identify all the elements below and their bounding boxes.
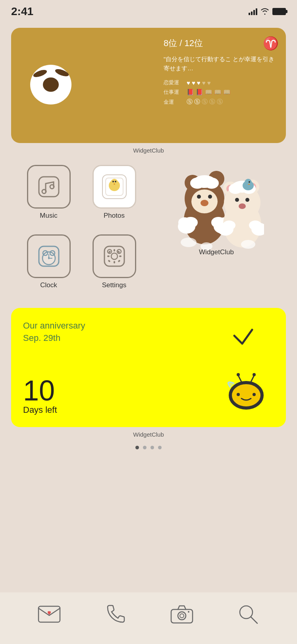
photos-icon[interactable] (93, 165, 136, 209)
svg-rect-70 (107, 255, 110, 257)
photos-label: Photos (104, 212, 125, 220)
svg-point-45 (229, 184, 242, 194)
anniversary-widget-club-label: WidgetClub (0, 431, 297, 438)
svg-point-83 (253, 373, 256, 376)
app-grid: Music Photos (16, 165, 286, 296)
anniversary-title-date: Sep. 29th (23, 333, 60, 343)
svg-point-42 (245, 198, 249, 202)
battery-icon (272, 8, 286, 15)
settings-label: Settings (102, 281, 126, 289)
svg-point-88 (188, 611, 189, 613)
svg-rect-68 (114, 249, 115, 251)
love-rating-icons: ♥ ♥ ♥ ♥ ♥ (187, 79, 211, 86)
bee-decoration (222, 371, 270, 411)
svg-point-32 (190, 178, 204, 189)
svg-point-41 (235, 198, 239, 202)
search-app[interactable] (234, 600, 262, 628)
phone-app[interactable] (102, 600, 129, 628)
svg-point-33 (204, 178, 219, 189)
rilakkuma-widget[interactable]: WidgetClub (147, 165, 286, 256)
svg-point-51 (181, 238, 197, 247)
money-rating-icons: Ⓢ Ⓢ Ⓢ Ⓢ Ⓢ (187, 98, 223, 106)
svg-point-23 (208, 195, 212, 199)
svg-rect-69 (114, 261, 115, 263)
svg-point-79 (253, 393, 256, 396)
anniversary-title-line1: Our anniversary (23, 321, 85, 331)
horoscope-widget-club-label: WidgetClub (0, 147, 297, 154)
phone-icon (104, 603, 126, 625)
days-label: Days left (23, 405, 57, 415)
bear-illustration (18, 38, 84, 121)
page-dot-1[interactable] (135, 446, 139, 449)
svg-point-53 (241, 240, 255, 249)
svg-point-48 (223, 220, 235, 230)
svg-point-15 (112, 181, 114, 182)
work-rating-row: 仕事運 📕 📕 📖 📖 📖 (164, 89, 279, 96)
page-dots (0, 446, 297, 449)
status-icons (249, 8, 286, 15)
photos-svg (100, 173, 128, 201)
svg-rect-7 (39, 177, 59, 197)
widgetclub-right-label: WidgetClub (199, 248, 234, 256)
horoscope-ratings: 恋愛運 ♥ ♥ ♥ ♥ ♥ 仕事運 📕 📕 📖 📖 📖 (164, 79, 279, 106)
love-rating-label: 恋愛運 (164, 79, 184, 86)
clock-svg (37, 244, 61, 268)
svg-point-82 (237, 373, 240, 376)
settings-icon[interactable] (93, 234, 136, 278)
clock-app[interactable]: Clock (16, 234, 81, 289)
money-rating-row: 金運 Ⓢ Ⓢ Ⓢ Ⓢ Ⓢ (164, 98, 279, 106)
svg-point-55 (245, 179, 252, 186)
svg-point-65 (111, 253, 118, 259)
svg-point-86 (178, 612, 186, 620)
svg-point-6 (43, 77, 59, 92)
money-rating-label: 金運 (164, 99, 184, 106)
svg-rect-75 (108, 259, 110, 262)
svg-point-8 (42, 190, 46, 193)
mail-icon (37, 604, 61, 624)
mail-app[interactable] (35, 600, 63, 628)
horoscope-quote: "自分を信じて行動するこ とが幸運を引き寄せます… (164, 55, 279, 73)
anniversary-days: 10 Days left (23, 376, 57, 415)
settings-app[interactable]: Settings (81, 234, 147, 289)
dock (0, 592, 297, 644)
music-icon[interactable] (27, 165, 71, 209)
svg-rect-71 (119, 255, 122, 257)
status-bar: 2:41 (0, 0, 297, 21)
love-rating-row: 恋愛運 ♥ ♥ ♥ ♥ ♥ (164, 79, 279, 86)
clock-label: Clock (40, 281, 57, 289)
work-rating-icons: 📕 📕 📖 📖 📖 (187, 89, 231, 96)
svg-point-56 (249, 181, 250, 183)
page-dot-4[interactable] (158, 446, 162, 449)
rilakkuma-illustration (169, 165, 264, 252)
svg-line-90 (251, 617, 257, 623)
anniversary-widget[interactable]: Our anniversary Sep. 29th 10 Days left (11, 308, 286, 427)
svg-point-78 (237, 393, 240, 396)
svg-point-22 (197, 195, 201, 199)
page-dot-3[interactable] (150, 446, 154, 449)
svg-point-16 (115, 181, 116, 182)
svg-point-43 (239, 203, 246, 209)
clock-icon[interactable] (27, 234, 71, 278)
search-icon (237, 603, 260, 626)
page-dot-2[interactable] (143, 446, 147, 449)
photos-app[interactable]: Photos (81, 165, 147, 220)
status-time: 2:41 (11, 5, 33, 18)
days-number: 10 (23, 376, 57, 405)
music-label: Music (40, 212, 57, 220)
checkmark-decoration (230, 328, 254, 348)
music-app[interactable]: Music (16, 165, 81, 220)
svg-point-9 (50, 185, 54, 189)
horoscope-rank-text: 8位 / 12位 (164, 37, 203, 49)
signal-icon (249, 8, 257, 15)
zodiac-symbol: ♈ (263, 36, 279, 51)
work-rating-label: 仕事運 (164, 89, 184, 96)
horoscope-widget[interactable]: 8位 / 12位 ♈ "自分を信じて行動するこ とが幸運を引き寄せます… 恋愛運… (11, 28, 286, 143)
svg-point-87 (180, 614, 184, 618)
horoscope-rank: 8位 / 12位 ♈ (164, 36, 279, 51)
svg-point-24 (201, 200, 208, 206)
settings-svg (102, 244, 126, 268)
svg-point-27 (178, 217, 191, 228)
camera-app[interactable] (168, 600, 196, 628)
music-svg (37, 175, 61, 199)
camera-icon (170, 604, 194, 625)
